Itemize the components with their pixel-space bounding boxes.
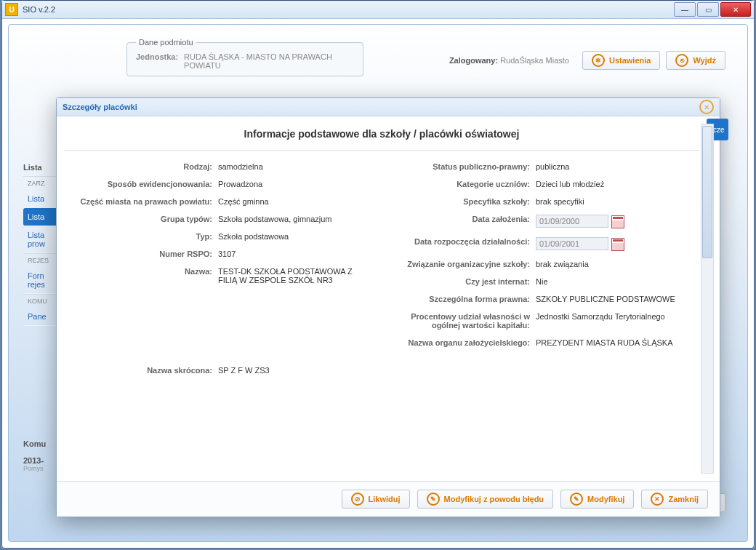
modify-label: Modyfikuj <box>587 495 624 503</box>
calendar-icon[interactable] <box>611 215 624 228</box>
form-row: Kategorie uczniów:Dzieci lub młodzież <box>382 175 699 193</box>
close-icon: ✕ <box>651 493 664 506</box>
field-value: Nie <box>536 277 681 286</box>
form-row: Część miasta na prawach powiatu:Część gm… <box>64 193 382 210</box>
minimize-button[interactable]: — <box>674 2 696 17</box>
field-label: Grupa typów: <box>67 215 218 223</box>
logged-label: Zalogowany: <box>449 56 498 65</box>
form-row: Specyfika szkoły:brak specyfiki <box>382 193 699 210</box>
form-columns: Rodzaj:samodzielnaSposób ewidencjonowani… <box>64 158 699 379</box>
field-value: SP Z F W ZS3 <box>218 366 363 375</box>
scrollbar-track[interactable] <box>701 124 714 474</box>
modal-footer: ⊘ Likwiduj ✎ Modyfikuj z powodu błędu ✎ … <box>57 481 720 517</box>
settings-button[interactable]: ✻ Ustawienia <box>582 51 660 70</box>
logout-label: Wyjdź <box>693 56 716 65</box>
window-close-button[interactable]: ✕ <box>720 2 751 17</box>
client-area: Dane podmiotu Jednostka: RUDA ŚLĄSKA - M… <box>8 24 748 542</box>
field-value: brak związania <box>536 260 681 268</box>
edit-icon: ✎ <box>570 493 583 506</box>
form-row: Grupa typów:Szkoła podstawowa, gimnazjum <box>64 210 382 228</box>
field-value: SZKOŁY PUBLICZNE PODSTAWOWE <box>536 295 681 303</box>
entity-group-title: Dane podmiotu <box>136 38 196 47</box>
details-modal: rcze Szczegóły placówki ✕ Informacje pod… <box>56 97 720 517</box>
field-label: Sposób ewidencjonowania: <box>67 180 218 188</box>
field-label: Nazwa organu założycielskiego: <box>385 338 536 347</box>
field-value: Prowadzona <box>218 180 363 188</box>
field-label: Czy jest internat: <box>385 277 536 286</box>
gear-icon: ✻ <box>592 54 605 67</box>
form-row: Data założenia: <box>382 210 699 233</box>
window-title: SIO v.2.2 <box>23 5 55 14</box>
modal-scrollpane: Informacje podstawowe dla szkoły / placó… <box>64 124 699 474</box>
field-value: PREZYDENT MIASTA RUDA ŚLĄSKA <box>536 338 681 347</box>
right-column: Status publiczno-prawny:publicznaKategor… <box>382 158 699 379</box>
close-button[interactable]: ✕ Zamknij <box>641 490 708 509</box>
form-row: Sposób ewidencjonowania:Prowadzona <box>64 175 382 193</box>
form-row: Związanie organizacyjne szkoły:brak zwią… <box>382 255 699 273</box>
field-label: Data rozpoczęcia działalności: <box>385 237 536 251</box>
logged-user: RudaŚląska Miasto <box>500 56 569 65</box>
logout-icon: ⎋ <box>675 54 688 67</box>
modal-close-icon[interactable]: ✕ <box>699 100 714 114</box>
form-row: Nazwa organu założycielskiego:PREZYDENT … <box>382 334 699 351</box>
field-label: Część miasta na prawach powiatu: <box>67 197 218 206</box>
field-label: Szczególna forma prawna: <box>385 295 536 303</box>
date-input[interactable] <box>536 237 608 250</box>
field-value: Szkoła podstawowa <box>218 232 363 241</box>
field-label: Związanie organizacyjne szkoły: <box>385 260 536 268</box>
field-label: Nazwa: <box>67 267 218 284</box>
liquidate-button[interactable]: ⊘ Likwiduj <box>342 490 410 509</box>
entity-value: RUDA ŚLĄSKA - MIASTO NA PRAWACH POWIATU <box>184 52 354 70</box>
field-value <box>536 237 681 251</box>
field-label: Numer RSPO: <box>67 250 218 258</box>
forbid-icon: ⊘ <box>351 493 364 506</box>
modal-header: Szczegóły placówki ✕ <box>57 98 720 116</box>
edit-icon: ✎ <box>427 493 440 506</box>
field-value: Jednostki Samorządu Terytorialnego <box>536 312 681 330</box>
form-row: Data rozpoczęcia działalności: <box>382 233 699 255</box>
titlebar: U SIO v.2.2 — ▭ ✕ <box>2 1 754 19</box>
form-row: Rodzaj:samodzielna <box>64 158 382 175</box>
form-row: Nazwa skrócona:SP Z F W ZS3 <box>64 362 382 379</box>
separator <box>64 150 699 151</box>
maximize-button[interactable]: ▭ <box>697 2 719 17</box>
field-value <box>536 215 681 228</box>
liquidate-label: Likwiduj <box>369 495 401 503</box>
field-label: Typ: <box>67 232 218 241</box>
app-window: U SIO v.2.2 — ▭ ✕ Dane podmiotu Jednostk… <box>1 0 755 549</box>
modal-title: Szczegóły placówki <box>63 103 137 111</box>
header-right: Zalogowany: RudaŚląska Miasto ✻ Ustawien… <box>449 51 725 70</box>
page-background: Dane podmiotu Jednostka: RUDA ŚLĄSKA - M… <box>8 24 748 542</box>
field-label: Nazwa skrócona: <box>67 366 218 375</box>
field-label: Status publiczno-prawny: <box>385 162 536 171</box>
field-label: Data założenia: <box>385 215 536 228</box>
field-label: Procentowy udział własności w ogólnej wa… <box>385 312 536 330</box>
form-row: Procentowy udział własności w ogólnej wa… <box>382 308 699 334</box>
form-row: Szczególna forma prawna:SZKOŁY PUBLICZNE… <box>382 290 699 308</box>
field-value: Dzieci lub młodzież <box>536 180 681 188</box>
logout-button[interactable]: ⎋ Wyjdź <box>666 51 725 70</box>
modify-error-label: Modyfikuj z powodu błędu <box>444 495 544 503</box>
form-row: Status publiczno-prawny:publiczna <box>382 158 699 175</box>
entity-label: Jednostka: <box>136 52 178 70</box>
form-row: Typ:Szkoła podstawowa <box>64 228 382 245</box>
form-row: Czy jest internat:Nie <box>382 273 699 290</box>
field-value: brak specyfiki <box>536 197 681 206</box>
logged-in-label: Zalogowany: RudaŚląska Miasto <box>449 56 569 65</box>
field-value: 3107 <box>218 250 363 258</box>
modal-heading: Informacje podstawowe dla szkoły / placó… <box>64 124 699 150</box>
modify-button[interactable]: ✎ Modyfikuj <box>560 490 634 509</box>
field-label: Kategorie uczniów: <box>385 180 536 188</box>
close-label: Zamknij <box>668 495 699 503</box>
modal-body: Informacje podstawowe dla szkoły / placó… <box>57 116 720 481</box>
field-value: Część gminna <box>218 197 363 206</box>
date-input[interactable] <box>536 215 608 228</box>
field-value: samodzielna <box>218 162 363 171</box>
modify-error-button[interactable]: ✎ Modyfikuj z powodu błędu <box>417 490 553 509</box>
field-label: Rodzaj: <box>67 162 218 171</box>
settings-label: Ustawienia <box>609 56 651 65</box>
calendar-icon[interactable] <box>611 238 624 251</box>
entity-groupbox: Dane podmiotu Jednostka: RUDA ŚLĄSKA - M… <box>126 38 363 76</box>
field-value: publiczna <box>536 162 681 171</box>
scrollbar-thumb[interactable] <box>702 126 712 258</box>
